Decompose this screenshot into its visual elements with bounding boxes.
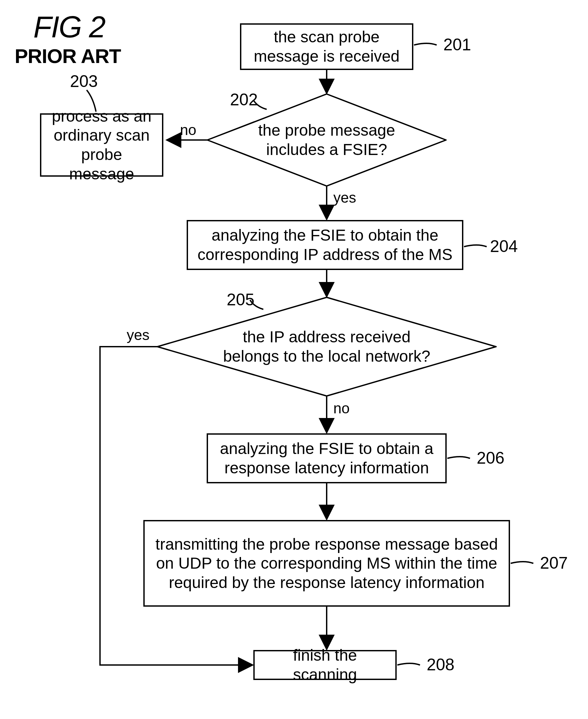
ref-203: 203 [70,72,98,91]
ref-208: 208 [427,655,454,674]
node-208: finish the scanning [253,650,397,680]
node-206-text: analyzing the FSIE to obtain a response … [215,439,439,477]
ref-201: 201 [443,35,471,54]
node-208-text: finish the scanning [261,646,388,684]
node-203: process as an ordinary scan probe messag… [40,113,163,177]
ref-205: 205 [227,290,254,309]
node-206: analyzing the FSIE to obtain a response … [207,433,447,483]
label-205-yes: yes [127,327,149,343]
node-205: the IP address received belongs to the l… [157,297,497,397]
figure-subtitle: PRIOR ART [15,45,121,68]
label-202-yes: yes [333,189,356,206]
node-201: the scan probe message is received [240,23,413,70]
node-205-text: the IP address received belongs to the l… [213,320,440,373]
node-204-text: analyzing the FSIE to obtain the corresp… [195,226,455,264]
node-202-text: the probe message includes a FSIE? [247,113,407,167]
node-204: analyzing the FSIE to obtain the corresp… [187,220,463,270]
ref-202: 202 [230,90,258,109]
figure-title: FIG 2 [33,10,105,44]
node-207-text: transmitting the probe response message … [151,535,502,592]
ref-204: 204 [490,237,518,256]
node-207: transmitting the probe response message … [143,520,510,607]
label-205-no: no [333,400,350,417]
node-203-text: process as an ordinary scan probe messag… [48,107,155,183]
ref-207: 207 [540,553,568,573]
ref-206: 206 [477,448,504,468]
node-201-text: the scan probe message is received [248,27,405,66]
label-202-no: no [180,122,196,138]
